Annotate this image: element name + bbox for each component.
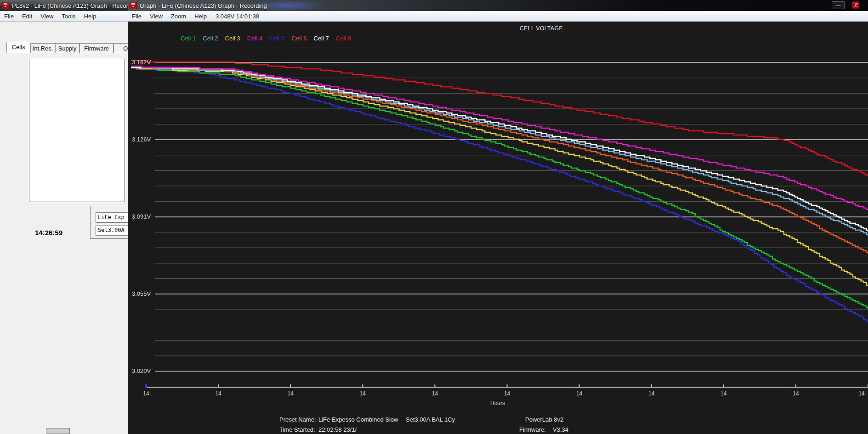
firmware-value: V3.34 xyxy=(553,426,568,433)
clock: 14:26:59 xyxy=(35,229,62,237)
x-tick-label: 14 xyxy=(719,390,728,397)
screen: FMA PL8v2 - LiFe (Chinese A123) Graph - … xyxy=(0,0,868,434)
menu-item-file[interactable]: File xyxy=(128,11,146,21)
tab-firmware[interactable]: Firmware xyxy=(79,43,113,53)
y-tick-label: 3.091V xyxy=(132,213,156,220)
firmware-label: Firmware: xyxy=(519,426,546,433)
series-cell-2 xyxy=(131,68,868,236)
window-graph: FMA Graph - LiFe (Chinese A123) Graph - … xyxy=(128,0,868,434)
time-started-value: 22:02:58 23/1/ xyxy=(318,426,357,433)
menu-item-help[interactable]: Help xyxy=(190,11,211,21)
tab-intres[interactable]: Int.Res. xyxy=(30,43,55,53)
x-tick-label: 14 xyxy=(857,390,866,397)
menu-item-view[interactable]: View xyxy=(36,11,57,21)
graph-footer: Preset Name: LiFe Expesso Combined Slow … xyxy=(128,413,868,434)
left-menubar: FileEditViewToolsHelp xyxy=(0,11,128,22)
series-cell-5 xyxy=(131,68,868,321)
close-button-icon[interactable]: FMA xyxy=(852,1,859,9)
menu-item-view[interactable]: View xyxy=(146,11,167,21)
bottom-button[interactable] xyxy=(46,428,70,434)
x-tick-label: 14 xyxy=(142,390,151,397)
graph-titlebar[interactable]: FMA Graph - LiFe (Chinese A123) Graph - … xyxy=(128,0,868,11)
menu-item-tools[interactable]: Tools xyxy=(57,11,79,21)
y-tick-label: 3.162V xyxy=(132,59,156,66)
preset-name-label: Preset Name: xyxy=(279,416,316,423)
titlebar-glow xyxy=(252,0,325,11)
tab-supply[interactable]: Supply xyxy=(55,43,79,53)
x-tick-label: 14 xyxy=(791,390,800,397)
titlebar-glass-blob xyxy=(41,1,74,10)
series-cell-1 xyxy=(131,68,868,309)
cursor-marker xyxy=(145,384,147,388)
x-tick-label: 14 xyxy=(647,390,656,397)
menu-item-edit[interactable]: Edit xyxy=(18,11,36,21)
preset-name-value: LiFe Expesso Combined Slow xyxy=(318,416,398,423)
fma-app-icon: FMA xyxy=(2,2,9,9)
graph-window-title: Graph - LiFe (Chinese A123) Graph - Reco… xyxy=(140,2,267,9)
voltage-chart xyxy=(128,22,868,413)
tab-cells[interactable]: Cells xyxy=(6,42,30,53)
x-tick-label: 14 xyxy=(286,390,295,397)
y-tick-label: 3.055V xyxy=(132,290,156,297)
time-started-label: Time Started: xyxy=(279,426,315,433)
left-titlebar[interactable]: FMA PL8v2 - LiFe (Chinese A123) Graph - … xyxy=(0,0,128,11)
menu-item-zoom[interactable]: Zoom xyxy=(167,11,190,21)
x-tick-label: 14 xyxy=(430,390,439,397)
x-axis-title: Hours xyxy=(484,400,511,406)
preset-detail: Set3.00A BAL 1Cy xyxy=(406,416,455,423)
x-tick-label: 14 xyxy=(214,390,223,397)
menu-item-help[interactable]: Help xyxy=(80,11,101,21)
series-cell-3 xyxy=(131,68,868,285)
y-tick-label: 3.020V xyxy=(132,367,156,374)
device-name: PowerLab 8v2 xyxy=(525,416,563,423)
fma-app-icon: FMA xyxy=(130,2,137,9)
x-tick-label: 14 xyxy=(358,390,367,397)
series-cell-4 xyxy=(131,66,868,209)
menu-item-file[interactable]: File xyxy=(0,11,18,21)
x-tick-label: 14 xyxy=(503,390,512,397)
series-cell-7 xyxy=(131,68,868,231)
cell-data-panel xyxy=(29,59,125,202)
graph-menubar: FileViewZoomHelp3.048V 14:01:38 xyxy=(128,11,868,22)
y-tick-label: 3.126V xyxy=(132,136,156,143)
minimize-button[interactable]: — xyxy=(832,1,845,9)
menu-status-readout: 3.048V 14:01:38 xyxy=(211,11,264,21)
window-pl8v2: FMA PL8v2 - LiFe (Chinese A123) Graph - … xyxy=(0,0,128,434)
x-tick-label: 14 xyxy=(575,390,584,397)
